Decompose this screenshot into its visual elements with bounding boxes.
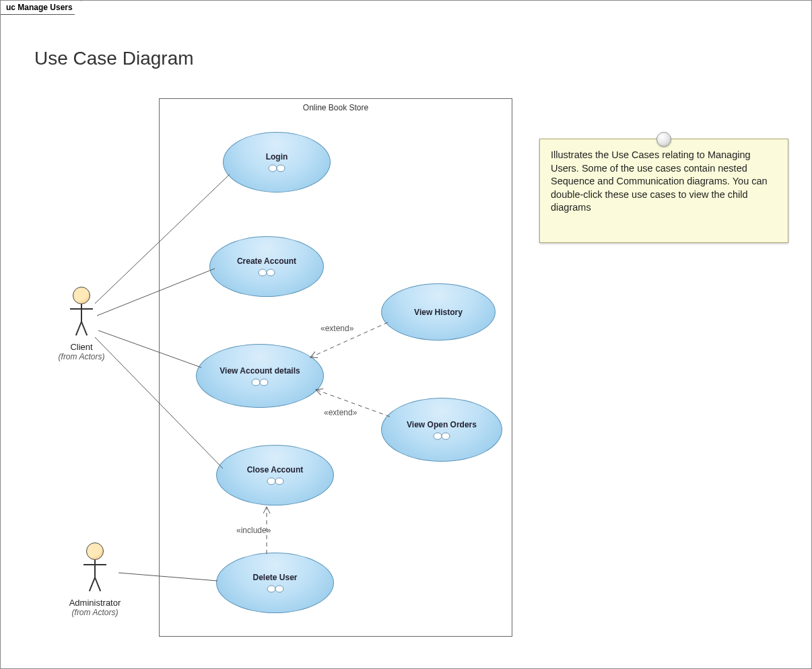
diagram-tab: uc Manage Users xyxy=(1,1,81,15)
usecase-create-account[interactable]: Create Account xyxy=(209,236,324,297)
usecase-close-account[interactable]: Close Account xyxy=(216,445,334,505)
composite-icon xyxy=(266,477,285,485)
svg-point-6 xyxy=(260,379,268,386)
actor-client[interactable]: Client (from Actors) xyxy=(51,287,112,361)
diagram-frame: uc Manage Users Use Case Diagram Online … xyxy=(0,0,812,669)
usecase-label: View Open Orders xyxy=(407,420,477,429)
usecase-label: Delete User xyxy=(252,573,297,582)
actor-from-label: (from Actors) xyxy=(65,608,125,617)
system-boundary-label: Online Book Store xyxy=(160,103,512,112)
stereotype-extend: «extend» xyxy=(320,324,353,333)
svg-point-9 xyxy=(267,586,275,592)
usecase-view-history[interactable]: View History xyxy=(381,283,496,341)
actor-from-label: (from Actors) xyxy=(51,352,112,361)
actor-name: Client xyxy=(51,342,112,352)
svg-point-5 xyxy=(252,379,260,386)
svg-point-11 xyxy=(434,433,442,439)
usecase-view-open-orders[interactable]: View Open Orders xyxy=(381,398,502,462)
svg-point-0 xyxy=(269,165,277,172)
composite-icon xyxy=(432,432,451,440)
usecase-view-account-details[interactable]: View Account details xyxy=(196,344,324,408)
diagram-note[interactable]: Illustrates the Use Cases relating to Ma… xyxy=(539,139,788,243)
actor-administrator[interactable]: Administrator (from Actors) xyxy=(65,542,125,617)
stereotype-include: «include» xyxy=(236,526,271,535)
usecase-label: View Account details xyxy=(219,366,300,376)
usecase-label: Login xyxy=(266,152,288,162)
composite-icon xyxy=(257,269,276,277)
svg-point-4 xyxy=(267,269,275,276)
composite-icon xyxy=(266,585,285,593)
usecase-label: Close Account xyxy=(247,465,304,474)
note-text: Illustrates the Use Cases relating to Ma… xyxy=(551,149,768,213)
usecase-delete-user[interactable]: Delete User xyxy=(216,553,334,613)
usecase-label: View History xyxy=(414,308,463,317)
stick-figure-icon xyxy=(81,542,108,596)
svg-point-10 xyxy=(275,586,283,592)
svg-point-3 xyxy=(259,269,267,276)
svg-point-1 xyxy=(277,165,285,172)
svg-point-8 xyxy=(275,478,283,485)
usecase-login[interactable]: Login xyxy=(223,132,331,192)
usecase-label: Create Account xyxy=(237,256,296,266)
stick-figure-icon xyxy=(68,287,95,341)
pushpin-icon xyxy=(656,132,671,147)
composite-icon xyxy=(250,378,269,386)
svg-point-7 xyxy=(267,478,275,485)
composite-icon xyxy=(267,164,286,172)
svg-point-12 xyxy=(442,433,450,439)
actor-name: Administrator xyxy=(65,598,125,608)
stereotype-extend: «extend» xyxy=(324,408,357,417)
diagram-title: Use Case Diagram xyxy=(34,48,194,69)
